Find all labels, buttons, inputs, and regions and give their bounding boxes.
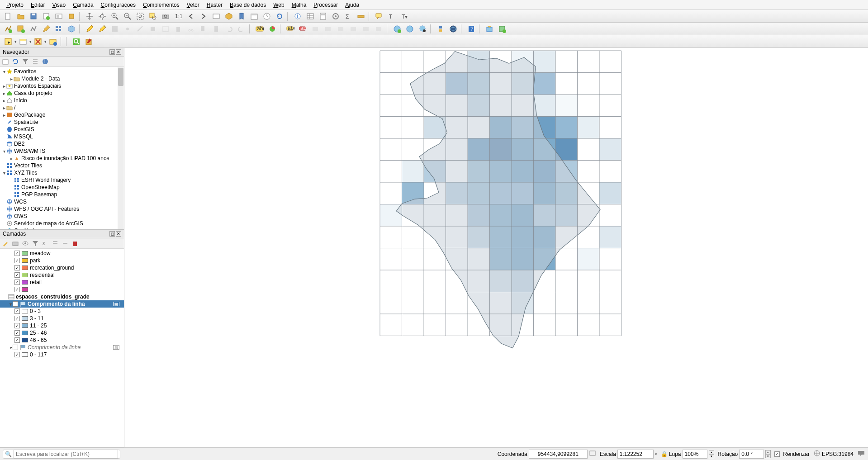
- measure-button[interactable]: [355, 11, 367, 22]
- new-map-view-button[interactable]: [210, 11, 222, 22]
- layer-checkbox[interactable]: ✓: [14, 265, 20, 270]
- layers-close-icon[interactable]: ✕: [116, 231, 121, 237]
- zoom-last-button[interactable]: [185, 11, 197, 22]
- cut-features-button[interactable]: [185, 24, 197, 34]
- browser-item[interactable]: ▸Module 2 - Data: [0, 75, 124, 82]
- browser-filter-icon[interactable]: [22, 58, 29, 65]
- browser-collapse-icon[interactable]: [32, 58, 39, 65]
- layer-item[interactable]: ✓park: [0, 257, 124, 264]
- web-globe-icon[interactable]: [447, 24, 459, 34]
- edit-toggle-button[interactable]: [40, 24, 52, 34]
- label-diagram-icon[interactable]: [266, 24, 278, 34]
- menu-item-processar[interactable]: Processar: [310, 1, 342, 9]
- processing-toolbox-button[interactable]: [330, 11, 342, 22]
- browser-item[interactable]: ▸Casa do projeto: [0, 90, 124, 97]
- layer-item[interactable]: ▾Comprimento da linha▤: [0, 344, 124, 351]
- zoom-out-button[interactable]: [122, 11, 133, 22]
- polygon-tool-icon[interactable]: [66, 24, 77, 34]
- identify-button[interactable]: i: [292, 11, 304, 22]
- browser-item[interactable]: DB2: [0, 140, 124, 147]
- style-manager-button[interactable]: [66, 11, 77, 22]
- undo-button[interactable]: [223, 24, 235, 34]
- save-edits-button[interactable]: [109, 24, 121, 34]
- menu-item-malha[interactable]: Malha: [288, 1, 310, 9]
- layers-tree[interactable]: ✓meadow✓park✓recreation_ground✓residenti…: [0, 249, 124, 447]
- browser-item[interactable]: ESRI World Imagery: [0, 176, 124, 184]
- menu-item-camada[interactable]: Camada: [69, 1, 97, 9]
- sel-location-icon[interactable]: [47, 36, 59, 47]
- osm-download-icon[interactable]: [391, 24, 403, 34]
- quick-edit-icon[interactable]: [83, 36, 95, 47]
- menu-item-web[interactable]: Web: [270, 1, 288, 9]
- browser-item[interactable]: OWS: [0, 213, 124, 220]
- zoom-in-button[interactable]: [109, 11, 121, 22]
- layer-checkbox[interactable]: [13, 345, 18, 350]
- osm-search-icon[interactable]: [404, 24, 416, 34]
- layer-item[interactable]: ✓11 - 25: [0, 322, 124, 329]
- attributes-table-button[interactable]: [304, 11, 316, 22]
- browser-item[interactable]: WCS: [0, 198, 124, 205]
- zoom-selection-button[interactable]: [147, 11, 159, 22]
- layer-checkbox[interactable]: ✓: [13, 301, 18, 307]
- layer-item[interactable]: ✓3 - 11: [0, 315, 124, 322]
- layer-checkbox[interactable]: ✓: [14, 308, 20, 314]
- locator-bar[interactable]: 🔍: [3, 450, 120, 459]
- browser-item[interactable]: ▾XYZ Tiles: [0, 169, 124, 176]
- save-project-button[interactable]: [28, 11, 39, 22]
- add-line-button[interactable]: [134, 24, 146, 34]
- menu-item-projeto[interactable]: Projeto: [3, 1, 27, 9]
- zoom-next-button[interactable]: [198, 11, 209, 22]
- maptips-button[interactable]: [373, 11, 385, 22]
- layers-undock-icon[interactable]: ◻: [109, 231, 115, 237]
- add-polygon-button[interactable]: [147, 24, 159, 34]
- zoom-native-button[interactable]: 1:1: [172, 11, 184, 22]
- layer-item[interactable]: ✓: [0, 286, 124, 293]
- refresh-button[interactable]: [274, 11, 285, 22]
- layer-checkbox[interactable]: ✓: [14, 280, 20, 285]
- osm-search2-icon[interactable]: [417, 24, 428, 34]
- zoom-layer-button[interactable]: [160, 11, 171, 22]
- new-print-layout-button[interactable]: [40, 11, 52, 22]
- text-annotation-button[interactable]: T▾: [398, 11, 410, 22]
- browser-item[interactable]: GeoNode: [0, 227, 124, 229]
- new-vector-button[interactable]: [28, 24, 39, 34]
- browser-tree[interactable]: ▾Favoritos▸Module 2 - Data▸Favoritos Esp…: [0, 67, 124, 229]
- sel-rect-icon[interactable]: [2, 36, 14, 47]
- pencil-yellow-icon[interactable]: [84, 24, 95, 34]
- layer-checkbox[interactable]: ✓: [14, 337, 20, 343]
- layer-item[interactable]: ✓retail: [0, 279, 124, 286]
- label-abc-icon[interactable]: abc: [254, 24, 266, 34]
- plugin-tool2-icon[interactable]: [496, 24, 508, 34]
- browser-scrollbar[interactable]: [118, 67, 124, 229]
- add-raster-button[interactable]: [15, 24, 27, 34]
- layer-checkbox[interactable]: ✓: [14, 316, 20, 321]
- label-rotate-icon[interactable]: [323, 24, 334, 34]
- layers-filter-icon[interactable]: [32, 240, 39, 247]
- python-console-button[interactable]: [435, 24, 446, 34]
- menu-item-ajuda[interactable]: Ajuda: [342, 1, 363, 9]
- layers-remove-icon[interactable]: [71, 240, 79, 247]
- open-project-button[interactable]: [15, 11, 27, 22]
- locator-input[interactable]: [14, 450, 118, 459]
- browser-item[interactable]: WFS / OGC API - Features: [0, 205, 124, 213]
- new-project-button[interactable]: [2, 11, 14, 22]
- pan-button[interactable]: [84, 11, 95, 22]
- temporal-button[interactable]: [248, 11, 260, 22]
- browser-item[interactable]: ▾Favoritos: [0, 68, 124, 75]
- layer-item[interactable]: espacos_construidos_grade: [0, 293, 124, 300]
- modify-attrs-button[interactable]: [160, 24, 171, 34]
- menu-item-configurações[interactable]: Configurações: [97, 1, 139, 9]
- label-move-icon[interactable]: [310, 24, 322, 34]
- browser-item[interactable]: Vector Tiles: [0, 162, 124, 169]
- add-point-button[interactable]: [122, 24, 133, 34]
- layer-checkbox[interactable]: ✓: [14, 287, 20, 292]
- clock-icon[interactable]: [261, 11, 273, 22]
- layer-item[interactable]: ✓25 - 46: [0, 329, 124, 337]
- browser-item[interactable]: ▾WMS/WMTS: [0, 147, 124, 155]
- browser-item[interactable]: ▸/: [0, 104, 124, 111]
- menu-item-complementos[interactable]: Complementos: [139, 1, 183, 9]
- layer-checkbox[interactable]: ✓: [14, 352, 20, 357]
- layer-item[interactable]: ✓0 - 3: [0, 308, 124, 315]
- field-calc-button[interactable]: [317, 11, 329, 22]
- label-tool7-icon[interactable]: [373, 24, 385, 34]
